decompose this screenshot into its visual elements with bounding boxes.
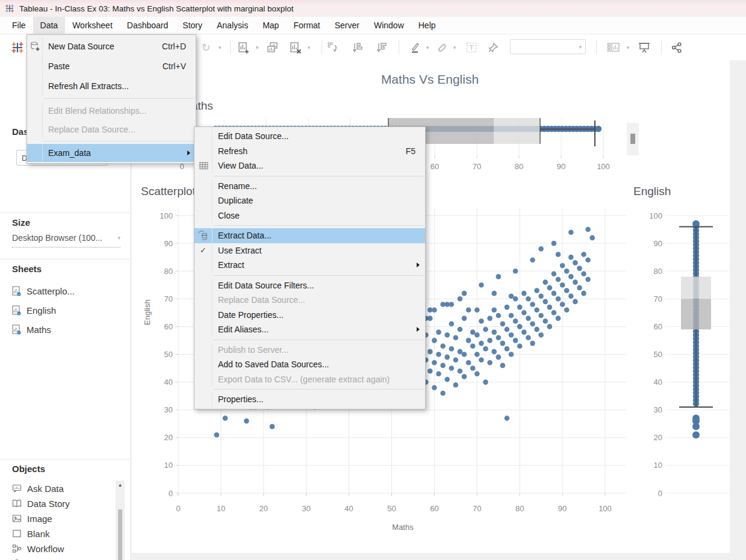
context-menu-item-refresh[interactable]: RefreshF5 (194, 144, 425, 159)
highlight-dropdown-icon[interactable]: ▾ (423, 39, 432, 55)
context-menu-item-extract-data[interactable]: Extract Data... (194, 228, 425, 243)
menubar-item-help[interactable]: Help (411, 17, 443, 34)
size-dropdown[interactable]: Desktop Browser (100... ▾ (12, 233, 120, 247)
svg-text:100: 100 (160, 211, 173, 220)
svg-text:T: T (470, 44, 474, 51)
fit-selector[interactable]: ▾ (510, 39, 586, 54)
menu-icon-gutter (194, 144, 213, 159)
data-menu-item-paste[interactable]: PasteCtrl+V (27, 56, 196, 76)
menu-icon-gutter (194, 179, 213, 194)
presentation-mode-icon[interactable] (636, 39, 653, 55)
menu-icon-gutter (27, 56, 43, 76)
data-story-icon (12, 499, 22, 508)
menu-item-shortcut: F5 (406, 146, 425, 156)
svg-text:100: 100 (649, 211, 662, 220)
object-item-image[interactable]: Image (12, 512, 52, 525)
menu-icon-gutter (27, 36, 43, 56)
sheet-item-scatterplo[interactable]: Scatterplo... (12, 283, 75, 299)
objects-scrollbar[interactable]: ▲ ▼ (116, 481, 125, 560)
show-me-dropdown-icon[interactable]: ▾ (624, 39, 632, 55)
object-item-ask-data[interactable]: Ask Data (12, 482, 64, 495)
sheet-item-english[interactable]: English (12, 302, 56, 318)
context-menu-item-duplicate[interactable]: Duplicate (194, 193, 425, 208)
context-menu-item-view-data[interactable]: View Data... (194, 158, 425, 173)
text-label-icon[interactable]: T (464, 39, 479, 55)
object-item-blank[interactable]: Blank (12, 527, 50, 540)
object-label: Workflow (27, 544, 64, 554)
context-menu-item-edit-data-source-filters[interactable]: Edit Data Source Filters... (194, 278, 425, 293)
menubar-item-file[interactable]: File (5, 17, 33, 34)
toolbar-separator (322, 40, 322, 54)
menu-item-shortcut: Ctrl+V (163, 61, 196, 71)
attach-dropdown-icon[interactable]: ▾ (450, 39, 459, 55)
data-menu-item-refresh-all-extracts[interactable]: Refresh All Extracts... (27, 76, 196, 96)
menubar-item-worksheet[interactable]: Worksheet (65, 17, 120, 34)
swap-rows-columns-icon[interactable] (325, 39, 341, 55)
maths-boxplot-scrollbar[interactable] (627, 123, 639, 155)
duplicate-sheet-icon[interactable] (265, 39, 281, 55)
context-menu-item-replace-data-source[interactable]: Replace Data Source... (194, 293, 425, 308)
new-worksheet-dropdown-icon[interactable]: ▾ (253, 39, 261, 55)
sort-ascending-icon[interactable] (349, 39, 365, 55)
context-menu-item-close[interactable]: Close (194, 208, 425, 223)
english-axis-label: English (143, 299, 152, 325)
menubar-item-format[interactable]: Format (286, 17, 327, 34)
data-menu-item-new-data-source[interactable]: New Data SourceCtrl+D (27, 36, 196, 56)
share-icon[interactable] (668, 39, 685, 55)
clear-sheet-dropdown-icon[interactable]: ▾ (305, 39, 313, 55)
divider (0, 259, 131, 260)
svg-text:10: 10 (217, 504, 225, 513)
image-icon (12, 514, 22, 523)
context-menu-item-edit-data-source[interactable]: Edit Data Source... (194, 129, 425, 144)
tableau-toolbar-logo-icon[interactable] (10, 39, 25, 55)
menu-item-label: Export Data to CSV... (generate extract … (213, 375, 425, 384)
context-menu-item-publish-to-server[interactable]: Publish to Server... (194, 343, 425, 358)
new-worksheet-icon[interactable] (236, 39, 252, 55)
blank-icon (12, 529, 22, 538)
divider (0, 459, 131, 459)
context-menu-item-export-data-to-csv-generate-extract-again[interactable]: Export Data to CSV... (generate extract … (194, 372, 425, 387)
context-menu-item-rename[interactable]: Rename... (194, 179, 425, 194)
menubar-item-window[interactable]: Window (367, 17, 411, 34)
menubar-item-analysis[interactable]: Analysis (210, 17, 255, 34)
context-menu-item-add-to-saved-data-sources[interactable]: Add to Saved Data Sources... (194, 357, 425, 372)
scroll-up-icon[interactable]: ▲ (117, 482, 123, 488)
svg-text:30: 30 (302, 504, 310, 513)
svg-text:70: 70 (473, 504, 481, 513)
object-item-data-story[interactable]: Data Story (12, 497, 70, 510)
pin-icon[interactable] (485, 39, 501, 55)
attach-icon[interactable] (435, 39, 450, 55)
redo-icon[interactable]: ↻ (199, 39, 213, 55)
context-menu-item-properties[interactable]: Properties... (194, 392, 425, 407)
svg-text:50: 50 (164, 350, 173, 359)
redo-dropdown-icon[interactable]: ▾ (216, 39, 224, 55)
context-menu-item-extract[interactable]: Extract (194, 258, 425, 273)
show-me-icon[interactable] (605, 39, 622, 55)
scrollbar-thumb[interactable] (118, 509, 122, 560)
menubar-item-map[interactable]: Map (255, 17, 286, 34)
dashboard-title: Maths Vs English (132, 72, 728, 87)
menubar-item-data[interactable]: Data (33, 17, 66, 34)
context-menu-item-edit-aliases[interactable]: Edit Aliases... (194, 322, 425, 337)
highlight-icon[interactable] (407, 39, 423, 55)
sheet-item-maths[interactable]: Maths (12, 322, 51, 337)
context-menu-item-use-extract[interactable]: ✓Use Extract (194, 243, 425, 258)
menu-item-label: Duplicate (213, 196, 425, 205)
svg-text:40: 40 (654, 378, 662, 387)
object-item-workflow[interactable]: Workflow (12, 542, 64, 555)
data-menu-item-replace-data-source[interactable]: Replace Data Source... (27, 120, 196, 138)
data-menu-item-exam-data[interactable]: Exam_data (27, 144, 196, 162)
menu-item-label: Refresh All Extracts... (43, 81, 196, 91)
sort-descending-icon[interactable] (373, 39, 389, 55)
menubar-item-dashboard[interactable]: Dashboard (120, 17, 176, 34)
maths-scrollbar-thumb[interactable] (630, 134, 635, 144)
context-menu-item-date-properties[interactable]: Date Properties... (194, 308, 425, 323)
data-menu-item-edit-blend-relationships[interactable]: Edit Blend Relationships... (27, 101, 196, 120)
svg-text:50: 50 (387, 504, 396, 513)
toolbar-separator (399, 40, 399, 54)
menubar-item-server[interactable]: Server (328, 17, 367, 34)
svg-text:20: 20 (654, 433, 662, 442)
object-item-web-page[interactable]: Web Page (12, 557, 69, 560)
menubar-item-story[interactable]: Story (175, 17, 210, 34)
clear-sheet-icon[interactable] (288, 39, 303, 55)
